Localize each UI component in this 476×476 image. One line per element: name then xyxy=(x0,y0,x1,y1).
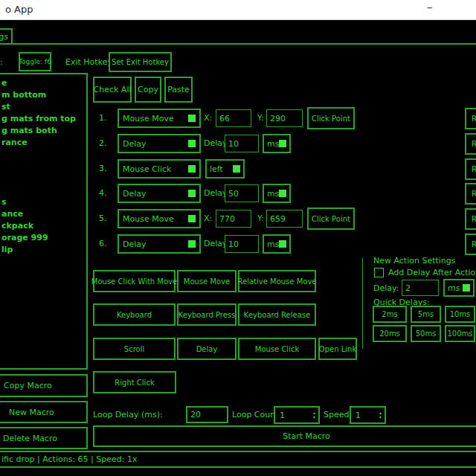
action-type-value: Mouse Move xyxy=(123,114,174,123)
click-point-button[interactable]: Click Point xyxy=(307,208,355,230)
spinner-down-icon[interactable]: ▾ xyxy=(313,415,315,419)
add-keyboard-button[interactable]: Keyboard xyxy=(93,303,176,326)
copy-macro-button[interactable]: Copy Macro xyxy=(0,374,88,397)
titlebar: o App – xyxy=(0,0,476,20)
status-text: ific drop | Actions: 65 | Speed: 1x xyxy=(0,454,137,464)
row-number: 5. xyxy=(99,213,107,223)
action-type-dropdown[interactable]: Delay xyxy=(118,234,201,254)
dropdown-indicator-icon xyxy=(188,140,196,147)
dropdown-indicator-icon xyxy=(279,240,286,248)
paste-button[interactable]: Paste xyxy=(164,77,193,103)
new-action-settings-title: New Action Settings xyxy=(373,256,456,266)
dropdown-indicator-icon xyxy=(233,165,240,173)
add-right-click-button[interactable]: Right Click xyxy=(93,371,176,393)
row-number: 6. xyxy=(99,239,107,248)
delay-input[interactable] xyxy=(225,184,259,202)
x-input[interactable] xyxy=(216,210,251,228)
remove-button[interactable]: R xyxy=(465,208,476,230)
action-type-value: Mouse Move xyxy=(123,214,174,224)
y-label: Y: xyxy=(257,113,264,123)
add-mouse-click-button[interactable]: Mouse Click xyxy=(238,338,316,360)
action-type-dropdown[interactable]: Mouse Move xyxy=(118,109,201,128)
quick-delay-5ms-button[interactable]: 5ms xyxy=(411,306,441,323)
dropdown-indicator-icon xyxy=(188,115,196,122)
unit-value: ms xyxy=(448,283,460,293)
action-row: 1. Mouse Move X: Y: Click Point R xyxy=(0,109,476,131)
copy-button[interactable]: Copy xyxy=(135,77,161,103)
y-label: Y: xyxy=(257,213,264,223)
add-scroll-button[interactable]: Scroll xyxy=(93,338,176,360)
click-point-button[interactable]: Click Point xyxy=(307,107,355,129)
quick-delay-50ms-button[interactable]: 50ms xyxy=(411,325,441,342)
remove-button[interactable]: R xyxy=(465,183,476,205)
add-delay-checkbox[interactable] xyxy=(374,268,384,277)
loop-count-stepper[interactable]: 1 ▴ ▾ xyxy=(274,406,320,424)
action-type-value: Delay xyxy=(123,189,147,199)
y-input[interactable] xyxy=(266,109,303,127)
macro-list-item[interactable]: m bottom xyxy=(0,89,86,101)
action-row: 5. Mouse Move X: Y: Click Point R xyxy=(0,209,476,231)
add-relative-mouse-move-button[interactable]: Relative Mouse Move xyxy=(238,270,316,292)
new-action-delay-input[interactable] xyxy=(402,280,439,296)
row-number: 4. xyxy=(99,188,107,198)
new-macro-button[interactable]: New Macro xyxy=(0,401,88,423)
dropdown-indicator-icon xyxy=(188,190,196,197)
x-label: X: xyxy=(204,213,212,223)
action-row: 2. Delay Delay ms R xyxy=(0,134,476,156)
add-mouse-click-with-move-button[interactable]: Mouse Click With Move xyxy=(93,270,176,292)
dropdown-indicator-icon xyxy=(279,190,286,197)
minimize-button[interactable]: – xyxy=(427,1,433,14)
macro-list-item[interactable]: e xyxy=(0,77,86,89)
quick-delay-100ms-button[interactable]: 100ms xyxy=(445,325,475,342)
mouse-button-dropdown[interactable]: left xyxy=(205,159,245,178)
toggle-hotkey-label: : xyxy=(0,57,3,67)
add-delay-button[interactable]: Delay xyxy=(177,338,237,360)
quick-delay-10ms-button[interactable]: 10ms xyxy=(445,306,475,323)
delay-label: Delay xyxy=(204,138,228,148)
delay-input[interactable] xyxy=(225,135,259,152)
loop-delay-input[interactable] xyxy=(186,406,228,423)
tab-settings[interactable]: gs xyxy=(0,28,13,45)
add-keyboard-release-button[interactable]: Keyboard Release xyxy=(238,303,316,326)
unit-dropdown[interactable]: ms xyxy=(263,184,291,203)
quick-delay-2ms-button[interactable]: 2ms xyxy=(373,306,407,323)
unit-dropdown[interactable]: ms xyxy=(263,134,291,153)
add-mouse-move-button[interactable]: Mouse Move xyxy=(177,270,237,292)
y-input[interactable] xyxy=(266,210,303,228)
menubar-divider xyxy=(0,43,476,45)
delay-input[interactable] xyxy=(225,235,259,253)
add-open-link-button[interactable]: Open Link xyxy=(318,338,357,360)
remove-button[interactable]: R xyxy=(465,234,476,255)
x-input[interactable] xyxy=(216,109,251,127)
spinner-down-icon[interactable]: ▾ xyxy=(379,415,382,419)
delay-label: Delay xyxy=(204,239,228,248)
dropdown-indicator-icon xyxy=(279,140,286,147)
window-title: o App xyxy=(5,4,33,15)
check-all-button[interactable]: Check All xyxy=(93,77,132,103)
toggle-hotkey-button[interactable]: Toggle: f6 xyxy=(19,52,51,71)
delete-macro-button[interactable]: Delete Macro xyxy=(0,427,88,449)
remove-button[interactable]: R xyxy=(465,133,476,155)
action-rows-viewport[interactable]: 1. Mouse Move X: Y: Click Point R 2. Del… xyxy=(0,106,476,257)
row-number: 2. xyxy=(99,138,107,148)
action-type-dropdown[interactable]: Delay xyxy=(118,184,201,203)
x-label: X: xyxy=(204,113,212,123)
speed-stepper[interactable]: 1 ▴ ▾ xyxy=(350,406,386,424)
mouse-button-value: left xyxy=(210,164,223,174)
action-type-dropdown[interactable]: Mouse Click xyxy=(118,159,201,178)
add-keyboard-press-button[interactable]: Keyboard Press xyxy=(177,303,237,326)
action-type-dropdown[interactable]: Mouse Move xyxy=(118,209,201,228)
exit-hotkey-label: Exit Hotkey: xyxy=(65,57,115,67)
action-type-dropdown[interactable]: Delay xyxy=(118,134,201,153)
unit-dropdown[interactable]: ms xyxy=(263,234,291,254)
new-action-unit-dropdown[interactable]: ms xyxy=(443,279,475,297)
action-row: 4. Delay Delay ms R xyxy=(0,184,476,206)
set-exit-hotkey-button[interactable]: Set Exit Hotkey xyxy=(109,52,172,72)
remove-button[interactable]: R xyxy=(465,158,476,180)
unit-value: ms xyxy=(267,139,279,149)
remove-button[interactable]: R xyxy=(465,108,476,129)
unit-value: ms xyxy=(267,189,279,199)
quick-delay-20ms-button[interactable]: 20ms xyxy=(373,325,407,342)
start-macro-button[interactable]: Start Macro xyxy=(93,425,476,447)
dropdown-indicator-icon xyxy=(188,165,196,173)
